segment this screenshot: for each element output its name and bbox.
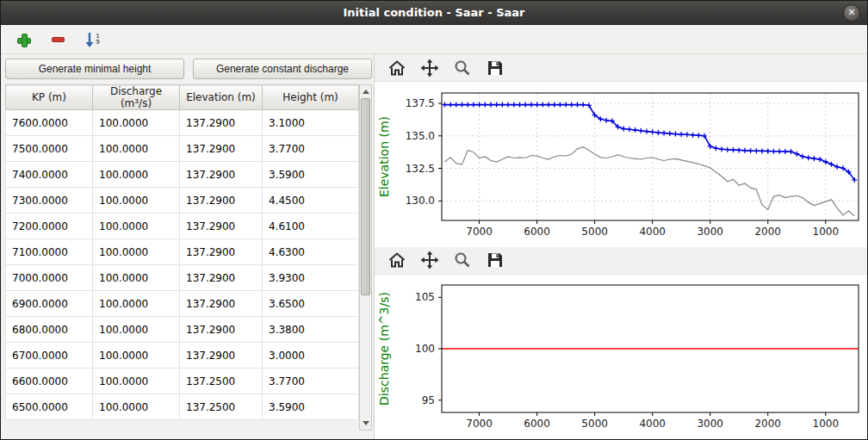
svg-text:100: 100: [415, 343, 435, 355]
scrollbar-track[interactable]: [360, 98, 371, 417]
table-cell[interactable]: 100.0000: [93, 188, 180, 214]
table-header-row: KP (m) Discharge (m³/s) Elevation (m) He…: [6, 85, 359, 110]
table-cell[interactable]: 137.2900: [180, 239, 263, 265]
home-button-2[interactable]: [387, 250, 407, 270]
table-cell[interactable]: 7400.0000: [6, 162, 93, 188]
home-button[interactable]: [387, 58, 407, 78]
discharge-chart[interactable]: 700060005000400030002000100095100105Disc…: [375, 276, 865, 437]
table-row[interactable]: 7200.0000100.0000137.29004.6100: [6, 214, 359, 239]
table-cell[interactable]: 3.1000: [263, 110, 359, 136]
svg-text:4000: 4000: [639, 226, 666, 238]
table-cell[interactable]: 7200.0000: [6, 214, 93, 239]
scrollbar-thumb[interactable]: [361, 98, 370, 295]
table-cell[interactable]: 3.9300: [263, 265, 359, 291]
table-row[interactable]: 6700.0000100.0000137.29003.0000: [6, 343, 359, 369]
table-cell[interactable]: 3.5900: [263, 394, 359, 420]
table-cell[interactable]: 137.2900: [180, 291, 263, 317]
table-cell[interactable]: 7100.0000: [6, 239, 93, 265]
generate-constant-discharge-button[interactable]: Generate constant discharge: [193, 59, 372, 79]
table-row[interactable]: 7400.0000100.0000137.29003.5900: [6, 162, 359, 188]
table-cell[interactable]: 100.0000: [93, 136, 180, 162]
table-cell[interactable]: 137.2500: [180, 369, 263, 394]
table-row[interactable]: 7500.0000100.0000137.29003.7700: [6, 136, 359, 162]
table-row[interactable]: 7600.0000100.0000137.29003.1000: [6, 110, 359, 136]
zoom-icon: [453, 59, 472, 77]
add-row-button[interactable]: [13, 29, 34, 50]
titlebar[interactable]: Initial condition - Saar - Saar ✕: [1, 1, 867, 25]
col-header-height[interactable]: Height (m): [263, 85, 359, 110]
table-cell[interactable]: 7500.0000: [6, 136, 93, 162]
zoom-button-2[interactable]: [452, 250, 473, 270]
table-cell[interactable]: 7600.0000: [6, 110, 93, 136]
pan-button[interactable]: [419, 58, 440, 78]
svg-text:6000: 6000: [524, 418, 550, 430]
table-cell[interactable]: 6900.0000: [6, 291, 93, 317]
table-cell[interactable]: 7000.0000: [6, 265, 93, 291]
zoom-button[interactable]: [452, 58, 473, 78]
pan-button-2[interactable]: [419, 250, 440, 270]
table-cell[interactable]: 137.2500: [180, 394, 263, 420]
vertical-scrollbar[interactable]: [359, 84, 372, 431]
table-cell[interactable]: 100.0000: [93, 110, 180, 136]
table-cell[interactable]: 137.2900: [180, 343, 263, 369]
table-row[interactable]: 6900.0000100.0000137.29003.6500: [6, 291, 359, 317]
table-cell[interactable]: 3.3800: [263, 317, 359, 343]
col-header-elevation[interactable]: Elevation (m): [180, 85, 263, 110]
svg-text:1000: 1000: [813, 226, 840, 238]
svg-text:130.0: 130.0: [406, 195, 435, 207]
table-cell[interactable]: 137.2900: [180, 317, 263, 343]
table-cell[interactable]: 137.2900: [180, 162, 263, 188]
save-button[interactable]: [485, 58, 505, 78]
sort-rows-button[interactable]: 1 9: [82, 29, 102, 50]
remove-row-button[interactable]: [47, 29, 68, 50]
close-icon[interactable]: ✕: [843, 4, 860, 22]
table-cell[interactable]: 100.0000: [93, 239, 180, 265]
table-cell[interactable]: 4.6100: [263, 214, 359, 239]
table-cell[interactable]: 100.0000: [93, 214, 180, 239]
table-cell[interactable]: 7300.0000: [6, 188, 93, 214]
table-cell[interactable]: 137.2900: [180, 188, 263, 214]
table-cell[interactable]: 6800.0000: [6, 317, 93, 343]
elevation-chart[interactable]: 7000600050004000300020001000130.0132.513…: [375, 84, 865, 245]
table-cell[interactable]: 100.0000: [93, 343, 180, 369]
table-cell[interactable]: 100.0000: [93, 394, 180, 420]
table-cell[interactable]: 137.2900: [180, 136, 263, 162]
scrollbar-up-button[interactable]: [360, 85, 371, 98]
table-cell[interactable]: 3.7700: [263, 136, 359, 162]
generate-minimal-height-button[interactable]: Generate minimal height: [5, 59, 184, 79]
svg-text:132.5: 132.5: [406, 162, 435, 174]
table-cell[interactable]: 3.6500: [263, 291, 359, 317]
col-header-kp[interactable]: KP (m): [6, 85, 93, 110]
table-cell[interactable]: 4.6300: [263, 239, 359, 265]
table-cell[interactable]: 100.0000: [93, 162, 180, 188]
table-cell[interactable]: 4.4500: [263, 188, 359, 214]
svg-text:2000: 2000: [754, 226, 781, 238]
svg-text:105: 105: [415, 292, 435, 304]
table-cell[interactable]: 100.0000: [93, 369, 180, 394]
table-row[interactable]: 7100.0000100.0000137.29004.6300: [6, 239, 359, 265]
table-row[interactable]: 6500.0000100.0000137.25003.5900: [6, 394, 359, 420]
table-row[interactable]: 6800.0000100.0000137.29003.3800: [6, 317, 359, 343]
save-button-2[interactable]: [485, 250, 505, 270]
svg-text:4000: 4000: [639, 418, 666, 430]
svg-text:95: 95: [422, 394, 435, 406]
table-cell[interactable]: 6600.0000: [6, 369, 93, 394]
table-cell[interactable]: 100.0000: [93, 291, 180, 317]
scrollbar-down-button[interactable]: [360, 417, 371, 430]
table-cell[interactable]: 137.2900: [180, 214, 263, 239]
table-row[interactable]: 6600.0000100.0000137.25003.7700: [6, 369, 359, 394]
table-cell[interactable]: 137.2900: [180, 265, 263, 291]
table-row[interactable]: 7000.0000100.0000137.29003.9300: [6, 265, 359, 291]
table-cell[interactable]: 6500.0000: [6, 394, 93, 420]
table-cell[interactable]: 3.7700: [263, 369, 359, 394]
table-cell[interactable]: 3.0000: [263, 343, 359, 369]
table-cell[interactable]: 100.0000: [93, 265, 180, 291]
table-cell[interactable]: 100.0000: [93, 317, 180, 343]
table-row[interactable]: 7300.0000100.0000137.29004.4500: [6, 188, 359, 214]
svg-text:6000: 6000: [524, 226, 550, 238]
elevation-figure: 7000600050004000300020001000130.0132.513…: [375, 82, 867, 247]
table-cell[interactable]: 3.5900: [263, 162, 359, 188]
table-cell[interactable]: 6700.0000: [6, 343, 93, 369]
table-cell[interactable]: 137.2900: [180, 110, 263, 136]
col-header-discharge[interactable]: Discharge (m³/s): [93, 85, 180, 110]
